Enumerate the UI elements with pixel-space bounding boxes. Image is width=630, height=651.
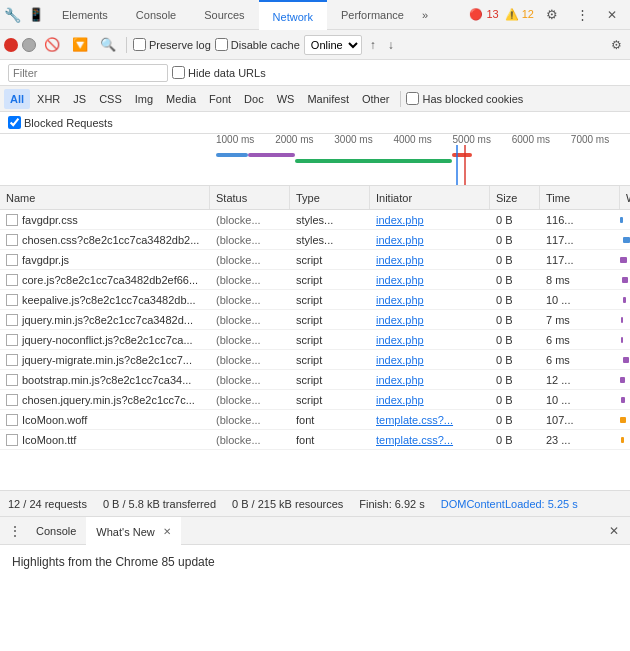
col-time[interactable]: Time: [540, 186, 620, 209]
cell-name: core.js?c8e2c1cc7ca3482db2ef66...: [0, 274, 210, 286]
has-blocked-cookies-checkbox[interactable]: [406, 92, 419, 105]
tab-sources[interactable]: Sources: [190, 0, 258, 30]
table-row[interactable]: IcoMoon.ttf (blocke... font template.css…: [0, 430, 630, 450]
table-row[interactable]: jquery.min.js?c8e2c1cc7ca3482d... (block…: [0, 310, 630, 330]
table-row[interactable]: favgdpr.js (blocke... script index.php 0…: [0, 250, 630, 270]
cell-initiator[interactable]: index.php: [370, 334, 490, 346]
devtools-icon[interactable]: 🔧: [0, 3, 24, 27]
type-btn-manifest[interactable]: Manifest: [301, 89, 355, 109]
cell-status: (blocke...: [210, 294, 290, 306]
cell-initiator[interactable]: index.php: [370, 294, 490, 306]
cell-initiator[interactable]: index.php: [370, 254, 490, 266]
cell-initiator[interactable]: index.php: [370, 354, 490, 366]
timeline-label-1: 1000 ms: [216, 134, 275, 145]
resources-size: 0 B / 215 kB resources: [232, 498, 343, 510]
table-row[interactable]: favgdpr.css (blocke... styles... index.p…: [0, 210, 630, 230]
type-btn-other[interactable]: Other: [356, 89, 396, 109]
cell-initiator[interactable]: template.css?...: [370, 434, 490, 446]
bottom-tab-whats-new[interactable]: What's New ✕: [86, 517, 180, 545]
cell-time: 23 ...: [540, 434, 620, 446]
search-button[interactable]: 🔍: [96, 35, 120, 54]
close-icon[interactable]: ✕: [600, 3, 624, 27]
stop-record-button[interactable]: [22, 38, 36, 52]
disable-cache-label[interactable]: Disable cache: [215, 38, 300, 51]
hide-data-urls-checkbox[interactable]: [172, 66, 185, 79]
network-settings-icon[interactable]: ⚙: [607, 36, 626, 54]
tab-elements[interactable]: Elements: [48, 0, 122, 30]
type-btn-css[interactable]: CSS: [93, 89, 128, 109]
cell-time: 6 ms: [540, 354, 620, 366]
cell-initiator[interactable]: index.php: [370, 374, 490, 386]
table-row[interactable]: jquery-migrate.min.js?c8e2c1cc7... (bloc…: [0, 350, 630, 370]
preserve-log-label[interactable]: Preserve log: [133, 38, 211, 51]
hide-data-urls-label[interactable]: Hide data URLs: [172, 66, 266, 79]
cell-type: script: [290, 374, 370, 386]
disable-cache-checkbox[interactable]: [215, 38, 228, 51]
type-btn-js[interactable]: JS: [67, 89, 92, 109]
waterfall-bar: [620, 217, 622, 223]
type-btn-doc[interactable]: Doc: [238, 89, 270, 109]
col-name[interactable]: Name: [0, 186, 210, 209]
cell-status: (blocke...: [210, 314, 290, 326]
tab-performance[interactable]: Performance: [327, 0, 418, 30]
cell-name: favgdpr.css: [0, 214, 210, 226]
table-row[interactable]: keepalive.js?c8e2c1cc7ca3482db... (block…: [0, 290, 630, 310]
preserve-log-checkbox[interactable]: [133, 38, 146, 51]
tab-console[interactable]: Console: [122, 0, 190, 30]
export-button[interactable]: ↓: [384, 36, 398, 54]
whats-new-close-btn[interactable]: ✕: [163, 518, 171, 546]
col-type[interactable]: Type: [290, 186, 370, 209]
cell-size: 0 B: [490, 254, 540, 266]
file-icon: [6, 374, 18, 386]
type-btn-img[interactable]: Img: [129, 89, 159, 109]
close-panel-button[interactable]: ✕: [602, 519, 626, 543]
clear-button[interactable]: 🚫: [40, 35, 64, 54]
waterfall-bar: [622, 277, 627, 283]
type-filter-row: All XHR JS CSS Img Media Font Doc WS Man…: [0, 86, 630, 112]
record-button[interactable]: [4, 38, 18, 52]
cell-initiator[interactable]: index.php: [370, 274, 490, 286]
type-btn-media[interactable]: Media: [160, 89, 202, 109]
transferred-size: 0 B / 5.8 kB transferred: [103, 498, 216, 510]
blocked-requests-checkbox[interactable]: [8, 116, 21, 129]
table-body[interactable]: favgdpr.css (blocke... styles... index.p…: [0, 210, 630, 490]
settings-icon[interactable]: ⚙: [540, 3, 564, 27]
cell-initiator[interactable]: index.php: [370, 234, 490, 246]
tabs-overflow-btn[interactable]: »: [418, 9, 432, 21]
throttle-select[interactable]: Online: [304, 35, 362, 55]
cell-time: 6 ms: [540, 334, 620, 346]
col-status[interactable]: Status: [210, 186, 290, 209]
type-btn-all[interactable]: All: [4, 89, 30, 109]
table-row[interactable]: IcoMoon.woff (blocke... font template.cs…: [0, 410, 630, 430]
cell-initiator[interactable]: index.php: [370, 394, 490, 406]
type-btn-ws[interactable]: WS: [271, 89, 301, 109]
bottom-tab-console[interactable]: Console: [26, 517, 86, 545]
col-waterfall[interactable]: Waterfall ▲: [620, 186, 630, 209]
tab-network[interactable]: Network: [259, 0, 327, 30]
dom-content-loaded[interactable]: DOMContentLoaded: 5.25 s: [441, 498, 578, 510]
bottom-dots-button[interactable]: ⋮: [4, 523, 26, 539]
col-initiator[interactable]: Initiator: [370, 186, 490, 209]
table-row[interactable]: core.js?c8e2c1cc7ca3482db2ef66... (block…: [0, 270, 630, 290]
col-size[interactable]: Size: [490, 186, 540, 209]
table-row[interactable]: chosen.jquery.min.js?c8e2c1cc7c... (bloc…: [0, 390, 630, 410]
has-blocked-cookies-label[interactable]: Has blocked cookies: [406, 92, 523, 105]
filter-input[interactable]: [8, 64, 168, 82]
cell-initiator[interactable]: index.php: [370, 314, 490, 326]
device-icon[interactable]: 📱: [24, 3, 48, 27]
table-row[interactable]: jquery-noconflict.js?c8e2c1cc7ca... (blo…: [0, 330, 630, 350]
finish-time: Finish: 6.92 s: [359, 498, 424, 510]
cell-type: font: [290, 414, 370, 426]
cell-size: 0 B: [490, 374, 540, 386]
cell-initiator[interactable]: template.css?...: [370, 414, 490, 426]
cell-initiator[interactable]: index.php: [370, 214, 490, 226]
type-btn-font[interactable]: Font: [203, 89, 237, 109]
filter-button[interactable]: 🔽: [68, 35, 92, 54]
timeline-bar-blue: [216, 153, 248, 157]
table-row[interactable]: bootstrap.min.js?c8e2c1cc7ca34... (block…: [0, 370, 630, 390]
more-icon[interactable]: ⋮: [570, 3, 594, 27]
type-btn-xhr[interactable]: XHR: [31, 89, 66, 109]
import-button[interactable]: ↑: [366, 36, 380, 54]
table-row[interactable]: chosen.css?c8e2c1cc7ca3482db2... (blocke…: [0, 230, 630, 250]
blocked-requests-label[interactable]: Blocked Requests: [8, 116, 113, 129]
